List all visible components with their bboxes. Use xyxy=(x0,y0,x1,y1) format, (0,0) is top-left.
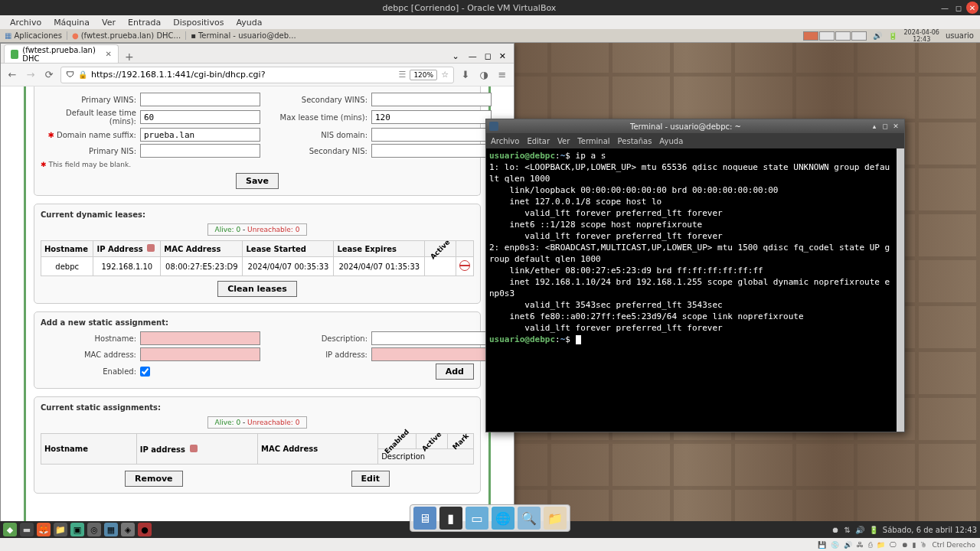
tray-network-icon[interactable]: ⇅ xyxy=(844,526,850,534)
default-lease-input[interactable] xyxy=(140,110,260,124)
dock-terminal[interactable]: ▮ xyxy=(439,507,462,530)
sb-usb-icon[interactable]: ⎙ xyxy=(868,541,872,549)
term-menu-terminal[interactable]: Terminal xyxy=(577,137,609,145)
term-menu-pestanas[interactable]: Pestañas xyxy=(618,137,652,145)
minimize-button[interactable]: — xyxy=(939,2,951,14)
sb-cpu-icon[interactable]: ▮ xyxy=(913,541,916,549)
workspace-switcher[interactable] xyxy=(803,31,867,41)
taskbar-files[interactable]: 📁 xyxy=(54,523,67,536)
lease-delete[interactable] xyxy=(456,257,474,276)
hostname-input[interactable] xyxy=(140,331,260,345)
account-icon[interactable]: ◑ xyxy=(477,68,491,82)
dock-files[interactable]: ▭ xyxy=(466,507,488,530)
nav-reload[interactable]: ⟳ xyxy=(42,68,56,82)
tray-record-icon[interactable]: ⏺ xyxy=(831,526,839,534)
lease-ip-header[interactable]: IP Address xyxy=(93,241,161,257)
taskbar-app2[interactable]: ◎ xyxy=(87,523,101,536)
static-mark-header[interactable]: Mark xyxy=(447,434,473,449)
dock-search[interactable]: 🔍 xyxy=(518,507,541,530)
static-ip-header[interactable]: IP address xyxy=(136,434,257,465)
reader-icon[interactable]: ☰ xyxy=(399,70,407,80)
url-bar[interactable]: 🛡 🔒 https://192.168.1.1:441/cgi-bin/dhcp… xyxy=(60,67,454,83)
clean-leases-button[interactable]: Clean leases xyxy=(217,281,297,297)
tray-sound-icon[interactable]: 🔊 xyxy=(855,526,864,534)
static-hostname-header[interactable]: Hostname xyxy=(41,434,137,465)
battery-icon[interactable]: 🔋 xyxy=(888,31,897,40)
tab-close[interactable]: ✕ xyxy=(106,50,112,58)
max-lease-input[interactable] xyxy=(371,110,492,124)
secondary-nis-input[interactable] xyxy=(371,144,492,158)
terminal-titlebar[interactable]: Terminal - usuario@debpc: ~ ▴ ◻ ✕ xyxy=(486,119,904,133)
sb-cd-icon[interactable]: 💿 xyxy=(831,541,839,549)
ip-input[interactable] xyxy=(371,347,492,361)
panel-task-terminal[interactable]: ▪Terminal - usuario@deb... xyxy=(185,31,300,40)
hamburger-menu-icon[interactable]: ≡ xyxy=(495,68,509,82)
mac-input[interactable] xyxy=(140,347,260,361)
sb-rec-icon[interactable]: ⏺ xyxy=(901,541,908,549)
primary-nis-input[interactable] xyxy=(140,144,260,158)
maximize-button[interactable]: ◻ xyxy=(952,2,965,14)
browser-maximize[interactable]: ◻ xyxy=(482,51,495,61)
apps-menu[interactable]: Aplicaciones xyxy=(0,31,67,40)
primary-wins-input[interactable] xyxy=(140,93,260,106)
taskbar-show-desktop[interactable]: ▬ xyxy=(20,523,34,536)
sb-display-icon[interactable]: 🖵 xyxy=(890,541,897,549)
lease-expires-header[interactable]: Lease Expires xyxy=(334,241,425,257)
shield-icon[interactable]: 🛡 xyxy=(66,70,74,80)
term-menu-editar[interactable]: Editar xyxy=(527,137,550,145)
taskbar-firefox[interactable]: 🦊 xyxy=(37,523,51,536)
term-minimize[interactable]: ▴ xyxy=(869,121,880,132)
description-input[interactable] xyxy=(371,331,492,345)
browser-close[interactable]: ✕ xyxy=(496,51,509,61)
lease-active-header[interactable]: Active xyxy=(425,241,456,257)
taskbar-clock[interactable]: Sábado, 6 de abril 12:43 xyxy=(883,526,977,534)
remove-button[interactable]: Remove xyxy=(125,471,183,487)
lease-mac-header[interactable]: MAC Address xyxy=(161,241,243,257)
vbox-menu-maquina[interactable]: Máquina xyxy=(47,18,96,28)
lock-icon[interactable]: 🔒 xyxy=(78,70,87,79)
zoom-level[interactable]: 120% xyxy=(410,70,437,80)
lease-hostname-header[interactable]: Hostname xyxy=(41,241,93,257)
save-button[interactable]: Save xyxy=(236,173,279,189)
dock-web[interactable]: 🌐 xyxy=(492,507,514,530)
vbox-menu-dispositivos[interactable]: Dispositivos xyxy=(167,18,230,28)
sb-shared-icon[interactable]: 📁 xyxy=(877,541,885,549)
start-menu-button[interactable]: ◆ xyxy=(3,523,17,536)
tray-battery-icon[interactable]: 🔋 xyxy=(869,526,878,534)
close-button[interactable]: ✕ xyxy=(966,2,978,14)
dock-folder[interactable]: 📁 xyxy=(544,507,567,530)
browser-tab[interactable]: (fwtest.prueba.lan) DHC ✕ xyxy=(4,44,119,63)
vbox-menu-ayuda[interactable]: Ayuda xyxy=(230,18,268,28)
vbox-menu-archivo[interactable]: Archivo xyxy=(4,18,47,28)
vbox-menu-entrada[interactable]: Entrada xyxy=(122,18,167,28)
term-close[interactable]: ✕ xyxy=(890,121,901,132)
taskbar-app1[interactable]: ▣ xyxy=(70,523,84,536)
sb-mouse-icon[interactable]: 🖱 xyxy=(920,541,927,549)
panel-clock[interactable]: 2024-04-06 12:43 xyxy=(903,29,939,43)
add-button[interactable]: Add xyxy=(436,364,474,380)
term-maximize[interactable]: ◻ xyxy=(880,121,890,132)
enabled-checkbox[interactable] xyxy=(140,367,150,377)
downloads-icon[interactable]: ⬇ xyxy=(459,68,472,82)
panel-user[interactable]: usuario xyxy=(946,31,974,40)
sb-audio-icon[interactable]: 🔊 xyxy=(844,541,852,549)
term-menu-ver[interactable]: Ver xyxy=(557,137,570,145)
sb-net-icon[interactable]: 🖧 xyxy=(857,541,864,549)
browser-chevron-down-icon[interactable]: ⌄ xyxy=(447,51,463,61)
secondary-wins-input[interactable] xyxy=(371,93,492,106)
static-enabled-header[interactable]: Enabled xyxy=(378,434,416,449)
taskbar-app4[interactable]: ◈ xyxy=(121,523,135,536)
new-tab-button[interactable]: + xyxy=(119,51,140,63)
domain-suffix-input[interactable] xyxy=(140,128,260,142)
vbox-menu-ver[interactable]: Ver xyxy=(96,18,122,28)
nav-forward[interactable]: → xyxy=(24,68,38,82)
term-menu-ayuda[interactable]: Ayuda xyxy=(659,137,683,145)
terminal-body[interactable]: usuario@debpc:~$ ip a s 1: lo: <LOOPBACK… xyxy=(486,148,904,432)
taskbar-app3[interactable]: ▦ xyxy=(104,523,118,536)
panel-task-browser[interactable]: ●(fwtest.prueba.lan) DHC... xyxy=(67,31,185,40)
dock-desktop[interactable]: 🖥 xyxy=(413,507,436,530)
nis-domain-input[interactable] xyxy=(371,128,492,142)
edit-button[interactable]: Edit xyxy=(351,471,390,487)
lease-started-header[interactable]: Lease Started xyxy=(243,241,334,257)
static-active-header[interactable]: Active xyxy=(416,434,447,449)
